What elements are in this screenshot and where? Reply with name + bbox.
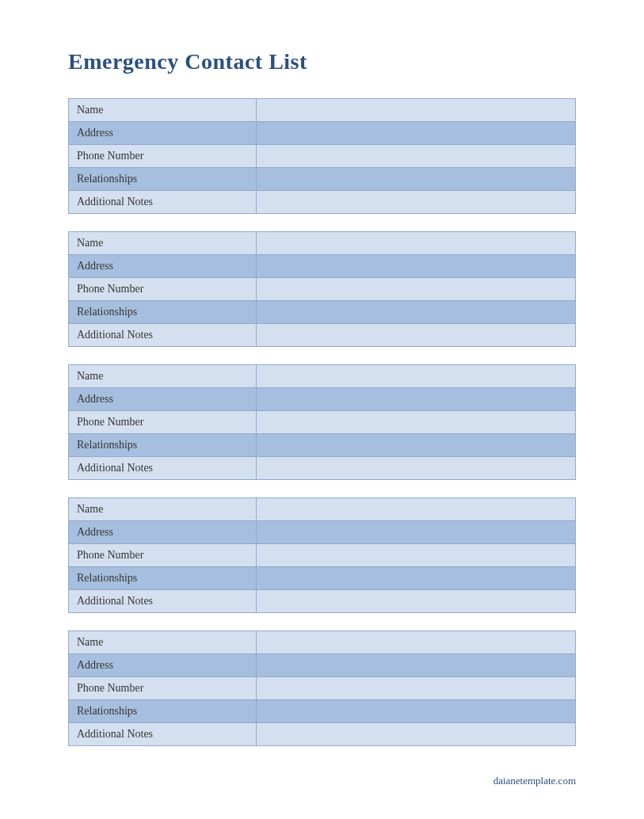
field-value-address[interactable] xyxy=(256,255,575,278)
table-row: Phone Number xyxy=(69,677,576,700)
field-label-phone: Phone Number xyxy=(69,544,257,567)
field-value-notes[interactable] xyxy=(256,324,575,347)
field-label-notes: Additional Notes xyxy=(69,723,257,746)
table-row: Name xyxy=(69,498,576,521)
field-value-notes[interactable] xyxy=(256,191,575,214)
contact-table: Name Address Phone Number Relationships … xyxy=(68,364,576,480)
field-value-notes[interactable] xyxy=(256,723,575,746)
table-row: Relationships xyxy=(69,700,576,723)
field-value-notes[interactable] xyxy=(256,457,575,480)
field-label-address: Address xyxy=(69,521,257,544)
field-label-relationships: Relationships xyxy=(69,700,257,723)
field-value-name[interactable] xyxy=(256,232,575,255)
field-value-phone[interactable] xyxy=(256,145,575,168)
contact-table: Name Address Phone Number Relationships … xyxy=(68,497,576,613)
table-row: Phone Number xyxy=(69,411,576,434)
table-row: Phone Number xyxy=(69,544,576,567)
field-value-name[interactable] xyxy=(256,498,575,521)
field-label-name: Name xyxy=(69,365,257,388)
field-value-relationships[interactable] xyxy=(256,168,575,191)
field-label-notes: Additional Notes xyxy=(69,590,257,613)
table-row: Additional Notes xyxy=(69,324,576,347)
field-label-phone: Phone Number xyxy=(69,677,257,700)
table-row: Additional Notes xyxy=(69,457,576,480)
table-row: Additional Notes xyxy=(69,590,576,613)
table-row: Name xyxy=(69,365,576,388)
table-row: Name xyxy=(69,631,576,654)
footer-attribution: daianetemplate.com xyxy=(493,775,576,787)
field-label-address: Address xyxy=(69,255,257,278)
field-label-name: Name xyxy=(69,232,257,255)
field-label-relationships: Relationships xyxy=(69,301,257,324)
table-row: Relationships xyxy=(69,434,576,457)
table-row: Additional Notes xyxy=(69,191,576,214)
field-label-notes: Additional Notes xyxy=(69,457,257,480)
table-row: Phone Number xyxy=(69,145,576,168)
field-label-notes: Additional Notes xyxy=(69,191,257,214)
table-row: Address xyxy=(69,122,576,145)
table-row: Relationships xyxy=(69,567,576,590)
table-row: Address xyxy=(69,388,576,411)
contact-table: Name Address Phone Number Relationships … xyxy=(68,231,576,347)
field-label-phone: Phone Number xyxy=(69,278,257,301)
table-row: Address xyxy=(69,255,576,278)
contact-table: Name Address Phone Number Relationships … xyxy=(68,630,576,746)
field-label-name: Name xyxy=(69,498,257,521)
field-value-notes[interactable] xyxy=(256,590,575,613)
field-label-phone: Phone Number xyxy=(69,145,257,168)
table-row: Relationships xyxy=(69,301,576,324)
field-label-address: Address xyxy=(69,122,257,145)
field-label-address: Address xyxy=(69,388,257,411)
field-value-address[interactable] xyxy=(256,654,575,677)
field-value-name[interactable] xyxy=(256,365,575,388)
field-value-phone[interactable] xyxy=(256,677,575,700)
field-value-phone[interactable] xyxy=(256,411,575,434)
field-label-relationships: Relationships xyxy=(69,567,257,590)
field-value-relationships[interactable] xyxy=(256,434,575,457)
field-value-relationships[interactable] xyxy=(256,567,575,590)
table-row: Address xyxy=(69,521,576,544)
table-row: Phone Number xyxy=(69,278,576,301)
field-label-notes: Additional Notes xyxy=(69,324,257,347)
field-value-phone[interactable] xyxy=(256,278,575,301)
table-row: Name xyxy=(69,99,576,122)
field-label-relationships: Relationships xyxy=(69,168,257,191)
field-value-address[interactable] xyxy=(256,122,575,145)
field-value-relationships[interactable] xyxy=(256,301,575,324)
field-label-name: Name xyxy=(69,631,257,654)
contact-table: Name Address Phone Number Relationships … xyxy=(68,98,576,214)
field-value-name[interactable] xyxy=(256,631,575,654)
field-value-address[interactable] xyxy=(256,388,575,411)
table-row: Name xyxy=(69,232,576,255)
field-value-name[interactable] xyxy=(256,99,575,122)
field-label-address: Address xyxy=(69,654,257,677)
field-label-name: Name xyxy=(69,99,257,122)
table-row: Additional Notes xyxy=(69,723,576,746)
field-value-address[interactable] xyxy=(256,521,575,544)
field-value-phone[interactable] xyxy=(256,544,575,567)
field-label-relationships: Relationships xyxy=(69,434,257,457)
field-value-relationships[interactable] xyxy=(256,700,575,723)
table-row: Address xyxy=(69,654,576,677)
page-title: Emergency Contact List xyxy=(68,49,576,74)
table-row: Relationships xyxy=(69,168,576,191)
field-label-phone: Phone Number xyxy=(69,411,257,434)
